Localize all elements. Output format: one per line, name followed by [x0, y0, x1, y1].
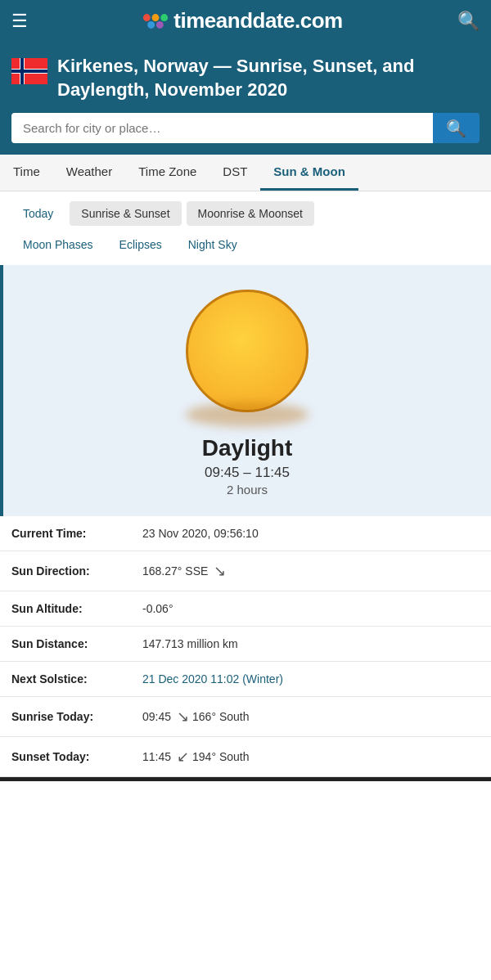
tab-dst[interactable]: DST [209, 155, 260, 191]
svg-point-3 [148, 21, 155, 29]
info-row-sunrise: Sunrise Today: 09:45 ↘ 166° South [0, 697, 491, 737]
info-section: Current Time: 23 Nov 2020, 09:56:10 Sun … [0, 516, 491, 777]
label-sunset-today: Sunset Today: [11, 750, 142, 763]
sub-tabs: Today Sunrise & Sunset Moonrise & Moonse… [0, 191, 491, 265]
info-row-current-time: Current Time: 23 Nov 2020, 09:56:10 [0, 516, 491, 551]
info-row-sun-direction: Sun Direction: 168.27° SSE ↘ [0, 551, 491, 591]
value-current-time: 23 Nov 2020, 09:56:10 [142, 527, 259, 540]
label-sun-distance: Sun Distance: [11, 637, 142, 650]
subtab-night-sky[interactable]: Night Sky [177, 232, 249, 257]
logo-text: timeanddate.com [173, 8, 342, 34]
value-sun-altitude: -0.06° [142, 602, 173, 615]
daylight-time: 09:45 – 11:45 [205, 465, 290, 481]
sunset-arrow-icon: ↙ [177, 748, 189, 766]
bottom-bar [0, 777, 491, 781]
page-title-area: Kirkenes, Norway — Sunrise, Sunset, and … [0, 50, 491, 113]
subtab-eclipses[interactable]: Eclipses [108, 232, 173, 257]
sun-area: Daylight 09:45 – 11:45 2 hours [0, 265, 491, 516]
label-sun-altitude: Sun Altitude: [11, 602, 142, 615]
subtab-sunrise-sunset[interactable]: Sunrise & Sunset [70, 201, 181, 226]
info-row-sunset: Sunset Today: 11:45 ↙ 194° South [0, 737, 491, 777]
nav-tabs: Time Weather Time Zone DST Sun & Moon [0, 155, 491, 191]
tab-time[interactable]: Time [0, 155, 53, 191]
search-input[interactable] [11, 113, 433, 143]
info-row-sun-distance: Sun Distance: 147.713 million km [0, 627, 491, 662]
solstice-link[interactable]: 21 Dec 2020 11:02 (Winter) [142, 672, 283, 686]
tab-weather[interactable]: Weather [53, 155, 125, 191]
value-sunrise-today: 09:45 ↘ 166° South [142, 708, 249, 726]
value-next-solstice: 21 Dec 2020 11:02 (Winter) [142, 672, 283, 686]
sunrise-arrow-icon: ↘ [177, 708, 189, 726]
daylight-label: Daylight [202, 435, 292, 461]
sun-graphic [182, 290, 313, 420]
subtab-today[interactable]: Today [11, 201, 65, 226]
label-next-solstice: Next Solstice: [11, 672, 142, 686]
value-sun-distance: 147.713 million km [142, 637, 238, 650]
hamburger-icon[interactable]: ☰ [11, 11, 28, 32]
sun-shadow [186, 402, 309, 427]
page-title: Kirkenes, Norway — Sunrise, Sunset, and … [57, 55, 480, 101]
svg-point-4 [156, 21, 164, 29]
info-row-next-solstice: Next Solstice: 21 Dec 2020 11:02 (Winter… [0, 662, 491, 697]
sun-circle [186, 290, 309, 412]
label-sunrise-today: Sunrise Today: [11, 710, 142, 723]
label-sun-direction: Sun Direction: [11, 564, 142, 578]
svg-rect-9 [11, 70, 47, 73]
svg-point-2 [161, 14, 169, 21]
subtab-moonrise-moonset[interactable]: Moonrise & Moonset [187, 201, 314, 226]
norway-flag [11, 58, 47, 84]
daylight-duration: 2 hours [227, 483, 268, 497]
svg-point-0 [143, 14, 151, 21]
subtab-moon-phases[interactable]: Moon Phases [11, 232, 105, 257]
value-sun-direction: 168.27° SSE ↘ [142, 562, 226, 580]
tab-timezone[interactable]: Time Zone [125, 155, 209, 191]
tab-sun-moon[interactable]: Sun & Moon [260, 155, 358, 191]
svg-point-1 [152, 14, 160, 21]
logo-icon [142, 13, 169, 29]
logo-area: timeanddate.com [142, 8, 342, 34]
label-current-time: Current Time: [11, 527, 142, 540]
info-row-sun-altitude: Sun Altitude: -0.06° [0, 591, 491, 627]
value-sunset-today: 11:45 ↙ 194° South [142, 748, 249, 766]
search-icon-header[interactable]: 🔍 [457, 11, 480, 32]
direction-arrow-icon: ↘ [214, 562, 226, 580]
search-bar-area: 🔍 [0, 113, 491, 155]
search-button[interactable]: 🔍 [433, 113, 480, 143]
